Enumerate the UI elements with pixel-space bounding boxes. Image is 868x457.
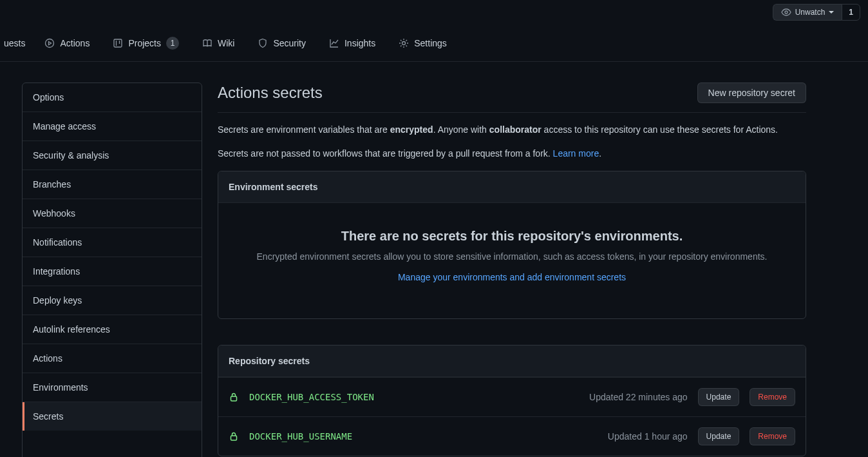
svg-point-1 — [46, 39, 54, 47]
new-secret-button[interactable]: New repository secret — [697, 83, 806, 103]
watch-button-group: Unwatch 1 — [773, 4, 860, 21]
secret-updated: Updated 22 minutes ago — [589, 392, 688, 402]
learn-more-link[interactable]: Learn more — [553, 148, 599, 159]
svg-point-3 — [402, 41, 406, 44]
page-title: Actions secrets — [218, 84, 323, 102]
tab-label: Settings — [414, 38, 447, 48]
tab-wiki[interactable]: Wiki — [192, 33, 245, 53]
lock-icon — [229, 431, 239, 442]
play-icon — [44, 38, 55, 48]
tab-security[interactable]: Security — [247, 33, 316, 53]
sidebar-item-branches[interactable]: Branches — [23, 170, 202, 199]
update-secret-button[interactable]: Update — [698, 388, 740, 406]
shield-icon — [258, 38, 268, 48]
watch-count[interactable]: 1 — [842, 4, 860, 21]
tab-pull-requests-partial[interactable]: uests — [0, 33, 32, 53]
secrets-description-2: Secrets are not passed to workflows that… — [218, 147, 806, 160]
projects-count: 1 — [166, 37, 179, 50]
secret-name: DOCKER_HUB_ACCESS_TOKEN — [249, 392, 374, 402]
secret-row: DOCKER_HUB_ACCESS_TOKEN Updated 22 minut… — [218, 377, 806, 416]
remove-secret-button[interactable]: Remove — [750, 388, 795, 406]
tab-projects[interactable]: Projects 1 — [102, 32, 189, 55]
tab-label: Security — [273, 38, 306, 48]
tab-settings[interactable]: Settings — [388, 33, 457, 53]
sidebar-item-deploy-keys[interactable]: Deploy keys — [23, 286, 202, 315]
sidebar-item-integrations[interactable]: Integrations — [23, 257, 202, 286]
repo-tabs: uests Actions Projects 1 Wiki Security I… — [0, 24, 868, 62]
secret-updated: Updated 1 hour ago — [608, 431, 688, 442]
env-empty-desc: Encrypted environment secrets allow you … — [239, 251, 785, 262]
settings-sidebar: Options Manage access Security & analysi… — [22, 83, 202, 457]
svg-point-0 — [785, 11, 788, 14]
tab-insights[interactable]: Insights — [319, 33, 386, 53]
env-secrets-header: Environment secrets — [218, 171, 806, 203]
sidebar-item-environments[interactable]: Environments — [23, 373, 202, 402]
sidebar-item-webhooks[interactable]: Webhooks — [23, 199, 202, 228]
secret-name: DOCKER_HUB_USERNAME — [249, 431, 352, 442]
tab-label: Wiki — [218, 38, 234, 48]
svg-rect-5 — [231, 436, 237, 440]
sidebar-item-actions[interactable]: Actions — [23, 344, 202, 373]
repository-secrets-box: Repository secrets DOCKER_HUB_ACCESS_TOK… — [218, 345, 806, 456]
tab-label: Projects — [128, 38, 161, 48]
tab-label: Actions — [60, 38, 90, 48]
update-secret-button[interactable]: Update — [698, 427, 740, 445]
sidebar-item-secrets[interactable]: Secrets — [23, 402, 202, 431]
secret-row: DOCKER_HUB_USERNAME Updated 1 hour ago U… — [218, 416, 806, 456]
tab-actions[interactable]: Actions — [34, 33, 100, 53]
book-icon — [202, 38, 212, 48]
lock-icon — [229, 392, 239, 402]
sidebar-item-autolink[interactable]: Autolink references — [23, 315, 202, 344]
unwatch-button[interactable]: Unwatch — [773, 4, 842, 21]
repo-secrets-header: Repository secrets — [218, 345, 806, 377]
caret-down-icon — [829, 11, 834, 14]
manage-environments-link[interactable]: Manage your environments and add environ… — [398, 272, 626, 282]
eye-icon — [781, 7, 791, 17]
environment-secrets-box: Environment secrets There are no secrets… — [218, 171, 806, 319]
sidebar-item-notifications[interactable]: Notifications — [23, 228, 202, 257]
sidebar-item-security-analysis[interactable]: Security & analysis — [23, 141, 202, 170]
sidebar-item-manage-access[interactable]: Manage access — [23, 112, 202, 141]
project-icon — [113, 38, 123, 48]
secrets-description-1: Secrets are environment variables that a… — [218, 123, 806, 137]
svg-rect-2 — [114, 39, 122, 47]
graph-icon — [329, 38, 339, 48]
remove-secret-button[interactable]: Remove — [750, 427, 795, 445]
svg-rect-4 — [231, 396, 237, 401]
gear-icon — [399, 38, 409, 48]
tab-label: Insights — [344, 38, 375, 48]
unwatch-label: Unwatch — [795, 8, 826, 17]
env-empty-heading: There are no secrets for this repository… — [239, 229, 785, 244]
sidebar-item-options[interactable]: Options — [23, 83, 202, 112]
